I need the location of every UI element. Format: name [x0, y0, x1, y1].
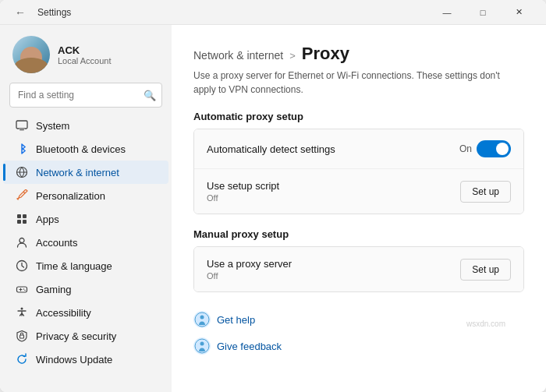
titlebar-title: Settings — [37, 7, 71, 18]
sidebar-item-personalization[interactable]: Personalization — [3, 184, 168, 207]
sidebar-item-label: Gaming — [36, 284, 72, 295]
breadcrumb-sep: > — [289, 50, 296, 62]
feedback-icon — [193, 337, 211, 355]
sidebar-item-label: Accessibility — [36, 307, 91, 319]
settings-row-title: Use setup script — [207, 180, 279, 192]
sidebar-item-time[interactable]: Time & language — [3, 254, 168, 277]
accounts-icon — [16, 236, 28, 249]
svg-point-8 — [20, 238, 24, 243]
svg-point-16 — [200, 316, 204, 320]
settings-row-sub: Off — [207, 271, 292, 281]
content-area: Network & internet > Proxy Use a proxy s… — [172, 25, 546, 392]
profile-name: ACK — [58, 44, 112, 56]
section-label-0: Automatic proxy setup — [193, 111, 524, 122]
bluetooth-icon — [16, 143, 28, 155]
settings-row-info-0-1: Use setup scriptOff — [207, 180, 279, 203]
main-layout: ACK Local Account 🔍 System Bluetooth & d… — [0, 25, 546, 392]
svg-point-13 — [21, 308, 23, 310]
help-item-label: Get help — [217, 314, 255, 326]
gaming-icon — [16, 283, 28, 295]
sidebar: ACK Local Account 🔍 System Bluetooth & d… — [0, 25, 172, 392]
sidebar-item-label: Apps — [36, 214, 59, 225]
sidebar-item-label: Privacy & security — [36, 330, 116, 342]
help-item-feedback[interactable]: Give feedback — [193, 333, 524, 359]
toggle-wrap: On — [459, 140, 511, 157]
page-title: Proxy — [302, 44, 349, 64]
sidebar-item-accessibility[interactable]: Accessibility — [3, 301, 168, 324]
svg-rect-5 — [23, 214, 27, 218]
sidebar-item-gaming[interactable]: Gaming — [3, 277, 168, 301]
back-button[interactable]: ← — [9, 2, 31, 23]
toggle-label: On — [459, 143, 472, 154]
svg-rect-14 — [20, 335, 24, 338]
help-item-label: Give feedback — [217, 341, 282, 352]
page-description: Use a proxy server for Ethernet or Wi-Fi… — [193, 69, 524, 97]
setup-button[interactable]: Set up — [460, 259, 511, 281]
settings-row-info-0-0: Automatically detect settings — [207, 143, 335, 155]
titlebar-left: ← Settings — [9, 2, 71, 23]
profile-section: ACK Local Account — [0, 25, 172, 83]
settings-row-0-1: Use setup scriptOffSet up — [194, 169, 523, 214]
page-title-row: Network & internet > Proxy — [193, 44, 524, 64]
personalization-icon — [16, 189, 28, 202]
setup-button[interactable]: Set up — [460, 181, 511, 203]
toggle-switch[interactable] — [477, 140, 511, 157]
sidebar-item-label: Accounts — [36, 237, 77, 249]
search-input[interactable] — [9, 83, 162, 108]
settings-card-0: Automatically detect settingsOnUse setup… — [193, 129, 524, 214]
svg-point-18 — [200, 342, 204, 346]
sidebar-item-network[interactable]: Network & internet — [3, 161, 168, 184]
settings-row-info-1-0: Use a proxy serverOff — [207, 258, 292, 281]
search-box: 🔍 — [9, 83, 162, 108]
avatar — [12, 36, 50, 73]
profile-info: ACK Local Account — [58, 44, 112, 65]
watermark: wsxdn.com — [466, 320, 505, 328]
apps-icon — [16, 213, 28, 225]
sidebar-item-label: Network & internet — [36, 167, 119, 178]
breadcrumb-parent: Network & internet — [193, 49, 283, 62]
sidebar-item-bluetooth[interactable]: Bluetooth & devices — [3, 137, 168, 161]
sidebar-item-label: Bluetooth & devices — [36, 143, 126, 155]
close-button[interactable]: ✕ — [501, 0, 537, 25]
time-icon — [16, 260, 28, 272]
privacy-icon — [16, 330, 28, 342]
accessibility-icon — [16, 306, 28, 319]
svg-rect-7 — [23, 220, 27, 224]
settings-row-1-0: Use a proxy serverOffSet up — [194, 247, 523, 291]
help-container: Get help Give feedback — [193, 306, 524, 359]
network-icon — [16, 166, 28, 178]
sidebar-item-label: System — [36, 120, 69, 132]
get-help-icon — [193, 311, 211, 328]
profile-subtitle: Local Account — [58, 56, 112, 65]
settings-row-title: Use a proxy server — [207, 258, 292, 270]
svg-point-12 — [24, 290, 25, 291]
svg-rect-6 — [17, 220, 21, 224]
settings-row-0-0: Automatically detect settingsOn — [194, 129, 523, 169]
svg-rect-2 — [19, 129, 25, 129]
settings-row-sub: Off — [207, 193, 279, 203]
nav-list: System Bluetooth & devices Network & int… — [0, 114, 172, 371]
system-icon — [16, 119, 28, 132]
settings-card-1: Use a proxy serverOffSet up — [193, 246, 524, 292]
update-icon — [16, 353, 28, 366]
svg-rect-0 — [16, 121, 27, 129]
minimize-button[interactable]: — — [429, 0, 465, 25]
sidebar-item-label: Time & language — [36, 260, 112, 272]
titlebar-controls: — □ ✕ — [429, 0, 537, 25]
settings-window: ← Settings — □ ✕ ACK Local Account 🔍 — [0, 0, 546, 392]
sidebar-item-update[interactable]: Windows Update — [3, 348, 168, 371]
svg-point-11 — [23, 288, 24, 289]
settings-row-title: Automatically detect settings — [207, 143, 335, 155]
maximize-button[interactable]: □ — [465, 0, 501, 25]
sidebar-item-privacy[interactable]: Privacy & security — [3, 324, 168, 348]
sidebar-item-label: Personalization — [36, 190, 105, 202]
sidebar-item-system[interactable]: System — [3, 114, 168, 137]
svg-rect-4 — [17, 214, 21, 218]
content-inner: Network & internet > Proxy Use a proxy s… — [193, 44, 524, 359]
sidebar-item-label: Windows Update — [36, 354, 112, 366]
sidebar-item-apps[interactable]: Apps — [3, 207, 168, 231]
sidebar-item-accounts[interactable]: Accounts — [3, 231, 168, 254]
sections-container: Automatic proxy setupAutomatically detec… — [193, 111, 524, 292]
titlebar: ← Settings — □ ✕ — [0, 0, 546, 25]
section-label-1: Manual proxy setup — [193, 228, 524, 240]
